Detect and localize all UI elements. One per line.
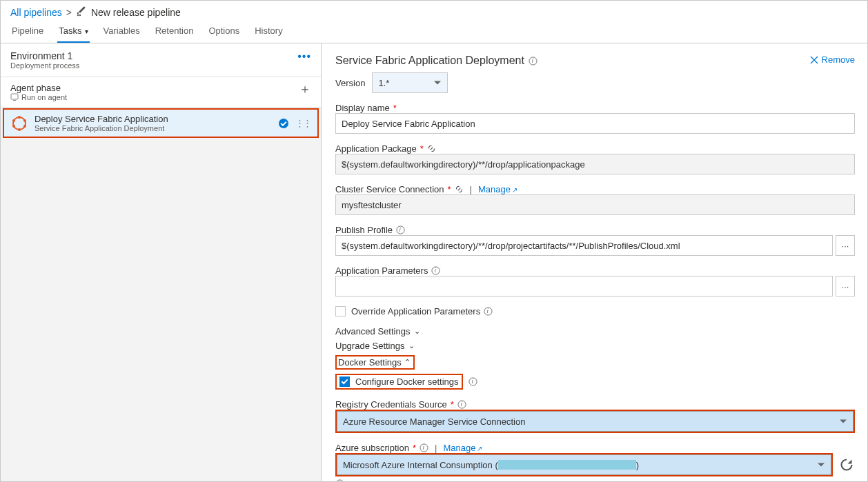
- details-pane: Service Fabric Application Deployment i …: [322, 43, 867, 482]
- azure-subscription-select-wrap: Microsoft Azure Internal Consumption ( ): [335, 453, 833, 476]
- task-row-selected[interactable]: Deploy Service Fabric Application Servic…: [3, 108, 319, 138]
- version-select-wrap: 1.*: [372, 72, 448, 93]
- svg-point-2: [77, 12, 79, 14]
- link-icon[interactable]: [455, 185, 464, 194]
- agent-sub-label: Run on agent: [21, 93, 67, 101]
- configure-docker-checkbox[interactable]: [339, 376, 350, 387]
- publish-profile-browse-button[interactable]: ···: [836, 235, 855, 256]
- docker-settings-label: Docker Settings: [338, 357, 402, 368]
- task-text: Deploy Service Fabric Application Servic…: [34, 114, 168, 132]
- display-name-row: Display name *: [335, 103, 855, 134]
- upgrade-settings-header[interactable]: Upgrade Settings ⌄: [335, 341, 855, 351]
- cluster-row: Cluster Service Connection * | Manage↗: [335, 184, 855, 215]
- registry-source-select[interactable]: Azure Resource Manager Service Connectio…: [337, 411, 854, 432]
- tab-tasks[interactable]: Tasks▾: [57, 21, 89, 43]
- publish-profile-input[interactable]: [335, 235, 833, 256]
- chevron-up-icon: ⌃: [404, 358, 411, 367]
- agent-phase-subtitle: Run on agent: [10, 93, 67, 101]
- info-icon[interactable]: i: [529, 57, 537, 66]
- svg-point-11: [12, 119, 15, 122]
- remove-task-button[interactable]: Remove: [810, 54, 855, 65]
- svg-text:i: i: [400, 226, 402, 233]
- registry-source-select-wrap: Azure Resource Manager Service Connectio…: [335, 410, 855, 433]
- service-fabric-icon: [11, 115, 28, 132]
- add-task-button[interactable]: ＋: [299, 83, 311, 95]
- chevron-down-icon: ⌄: [414, 327, 420, 336]
- app-package-input[interactable]: [335, 154, 855, 174]
- environment-more-button[interactable]: •••: [297, 50, 311, 63]
- svg-point-1: [79, 14, 81, 16]
- separator: |: [470, 184, 472, 194]
- svg-point-5: [13, 117, 26, 130]
- app-package-row: Application Package *: [335, 143, 855, 174]
- azure-sub-prefix: Microsoft Azure Internal Consumption (: [343, 460, 498, 470]
- remove-label: Remove: [822, 54, 855, 65]
- docker-settings-header[interactable]: Docker Settings ⌃: [335, 355, 855, 370]
- link-icon[interactable]: [427, 144, 436, 153]
- task-drag-handle[interactable]: ⋮⋮: [295, 119, 310, 128]
- azure-subscription-label: Azure subscription * i | Manage↗: [335, 443, 855, 453]
- info-icon[interactable]: i: [457, 400, 466, 409]
- refresh-icon[interactable]: [838, 456, 855, 473]
- publish-profile-label: Publish Profile i: [335, 225, 855, 235]
- tab-variables[interactable]: Variables: [102, 21, 141, 43]
- info-icon[interactable]: i: [420, 443, 428, 452]
- publish-profile-row: Publish Profile i ···: [335, 225, 855, 256]
- tab-history[interactable]: History: [253, 21, 284, 43]
- environment-header[interactable]: Environment 1 Deployment process •••: [1, 43, 321, 77]
- main-split: Environment 1 Deployment process ••• Age…: [1, 43, 867, 482]
- release-icon: [76, 6, 87, 19]
- upgrade-settings-label: Upgrade Settings: [335, 341, 404, 351]
- azure-subscription-select[interactable]: Microsoft Azure Internal Consumption ( ): [337, 454, 831, 475]
- breadcrumb-root-link[interactable]: All pipelines: [10, 7, 62, 18]
- app-params-browse-button[interactable]: ···: [836, 276, 855, 297]
- subscription-scope-note: i Scoped to subscription 'Microsoft Azur…: [335, 479, 855, 482]
- cluster-label: Cluster Service Connection * | Manage↗: [335, 184, 855, 194]
- override-checkbox[interactable]: [335, 306, 346, 317]
- tab-pipeline[interactable]: Pipeline: [10, 21, 45, 43]
- chevron-down-icon: ⌄: [408, 341, 415, 350]
- tabs-nav: Pipeline Tasks▾ Variables Retention Opti…: [1, 20, 867, 43]
- external-link-icon: ↗: [477, 445, 482, 452]
- info-icon[interactable]: i: [396, 225, 405, 234]
- chevron-down-icon: ▾: [85, 28, 88, 35]
- display-name-input[interactable]: [335, 113, 855, 134]
- agent-icon: [10, 93, 19, 101]
- manage-link[interactable]: Manage↗: [478, 184, 517, 194]
- version-select[interactable]: 1.*: [372, 72, 448, 93]
- override-row: Override Application Parameters i: [335, 306, 855, 317]
- cluster-input[interactable]: [335, 194, 855, 215]
- rocket-icon: [76, 6, 87, 17]
- version-row: Version 1.*: [335, 72, 855, 93]
- tab-options[interactable]: Options: [207, 21, 241, 43]
- scope-text: Scoped to subscription 'Microsoft Azure …: [347, 480, 555, 483]
- svg-point-8: [23, 125, 26, 128]
- svg-text:i: i: [471, 378, 473, 385]
- svg-point-10: [12, 125, 15, 128]
- configure-docker-label: Configure Docker settings: [355, 376, 459, 387]
- info-icon[interactable]: i: [484, 307, 493, 316]
- info-icon: i: [335, 479, 344, 482]
- task-subtitle: Service Fabric Application Deployment: [34, 124, 168, 132]
- registry-source-label: Registry Credentials Source * i: [335, 399, 855, 410]
- svg-text:i: i: [423, 444, 425, 451]
- registry-source-row: Registry Credentials Source * i Azure Re…: [335, 399, 855, 433]
- environment-subtitle: Deployment process: [10, 61, 79, 70]
- redacted-subscription-id: [498, 460, 636, 470]
- svg-text:i: i: [435, 267, 437, 274]
- info-icon[interactable]: i: [468, 377, 477, 386]
- app-params-row: Application Parameters i ···: [335, 265, 855, 297]
- tab-retention[interactable]: Retention: [154, 21, 195, 43]
- agent-phase-row[interactable]: Agent phase Run on agent ＋: [1, 77, 321, 108]
- advanced-settings-header[interactable]: Advanced Settings ⌄: [335, 326, 855, 337]
- environment-title: Environment 1: [10, 50, 79, 61]
- manage-subscription-link[interactable]: Manage↗: [443, 443, 482, 453]
- task-status-check-icon: [279, 119, 288, 128]
- info-icon[interactable]: i: [431, 266, 440, 275]
- breadcrumb-separator: >: [66, 7, 72, 18]
- app-params-input[interactable]: [335, 276, 833, 297]
- configure-docker-row: Configure Docker settings i: [335, 374, 855, 390]
- task-title: Deploy Service Fabric Application: [34, 114, 168, 124]
- advanced-settings-label: Advanced Settings: [335, 326, 410, 337]
- agent-phase-title: Agent phase: [10, 83, 67, 93]
